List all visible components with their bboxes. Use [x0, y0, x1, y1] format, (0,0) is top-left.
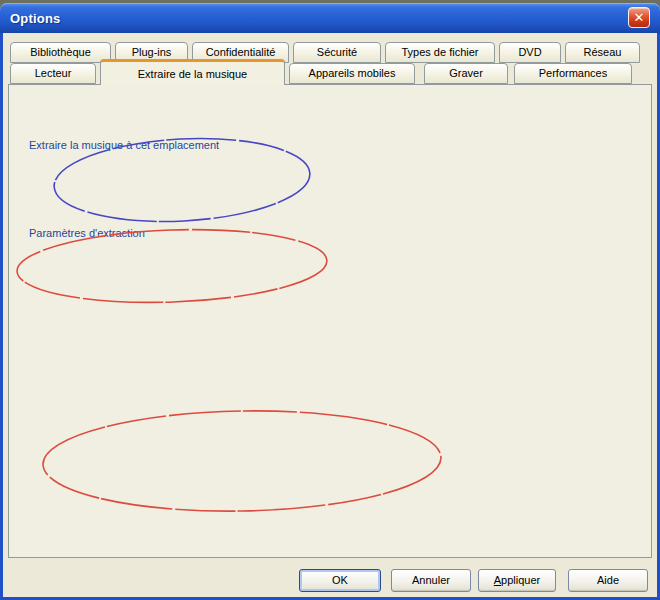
tab-types-de-fichier[interactable]: Types de fichier: [385, 42, 495, 63]
tab-label: Performances: [539, 67, 607, 79]
tab-lecteur[interactable]: Lecteur: [10, 63, 96, 84]
tab-performances[interactable]: Performances: [514, 63, 632, 84]
close-button[interactable]: ✕: [628, 7, 650, 28]
tab-label: Graver: [449, 67, 483, 79]
tab-content-panel: [8, 84, 652, 558]
tab-label: Appareils mobiles: [309, 67, 396, 79]
window-title: Options: [10, 11, 61, 26]
apply-button[interactable]: Appliquer: [478, 569, 556, 592]
tab-reseau[interactable]: Réseau: [565, 42, 640, 63]
screen: Options ✕ Bibliothèque Plug-ins Confiden…: [0, 0, 660, 600]
cancel-button[interactable]: Annuler: [391, 569, 471, 592]
tab-graver[interactable]: Graver: [424, 63, 508, 84]
tab-label: Bibliothèque: [30, 46, 91, 58]
tab-appareils-mobiles[interactable]: Appareils mobiles: [289, 63, 415, 84]
location-group-title: Extraire la musique à cet emplacement: [26, 139, 222, 151]
tab-securite[interactable]: Sécurité: [293, 42, 381, 63]
btn-mnemonic: A: [494, 574, 501, 586]
tab-label: Confidentialité: [206, 46, 276, 58]
tab-label: DVD: [518, 46, 541, 58]
tab-dvd[interactable]: DVD: [499, 42, 561, 63]
title-bar: Options: [0, 3, 660, 33]
tab-extraire-de-la-musique[interactable]: Extraire de la musique: [100, 59, 285, 85]
tab-label: Réseau: [584, 46, 622, 58]
tab-label: Sécurité: [317, 46, 357, 58]
extraction-group-title: Paramètres d'extraction: [26, 227, 148, 239]
ok-button[interactable]: OK: [299, 569, 381, 592]
tab-label: Lecteur: [35, 67, 72, 79]
tab-bibliotheque[interactable]: Bibliothèque: [10, 42, 111, 63]
tab-label: Types de fichier: [401, 46, 478, 58]
tab-label: Extraire de la musique: [138, 68, 247, 80]
help-button[interactable]: Aide: [568, 569, 648, 592]
tab-label: Plug-ins: [132, 46, 172, 58]
close-icon: ✕: [634, 10, 645, 25]
btn-text: ppliquer: [501, 574, 540, 586]
